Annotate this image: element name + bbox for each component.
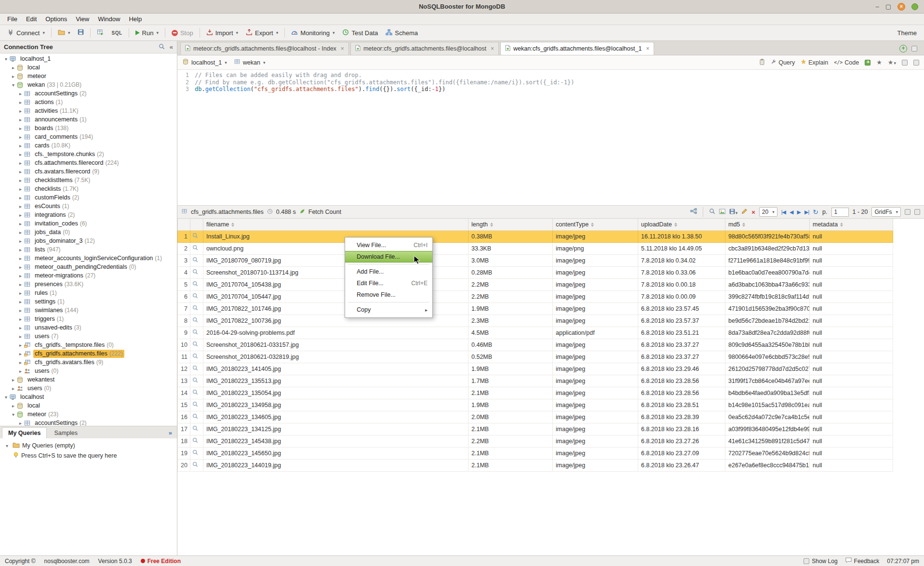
table-row[interactable]: 3IMG_20180709_080719.jpg3.0MBimage/jpeg7… [178,254,893,266]
first-page-button[interactable]: |◀ [781,209,786,215]
tree-item[interactable]: ▸meteor_accounts_loginServiceConfigurati… [0,254,177,263]
import-button[interactable]: Import▾ [203,27,241,39]
cell-uploadDate[interactable]: 6.8.2018 klo 23.28.56 [638,387,725,399]
cell-length[interactable]: 1.9MB [469,399,553,411]
more-tabs-icon[interactable]: » [169,429,175,438]
expander-icon[interactable]: ▾ [4,443,10,448]
cell-filename[interactable]: Screenshot_20180621-033157.jpg [203,339,469,351]
tree-item[interactable]: ▸accountSettings(2) [0,419,177,426]
view-file-icon[interactable] [192,269,198,276]
tree-item-label[interactable]: users(0) [33,367,60,375]
context-menu-item-edit-file[interactable]: Edit File...Ctrl+E [345,277,432,289]
cell-contentType[interactable]: image/jpeg [553,254,638,266]
tree-item-label[interactable]: swimlanes(144) [33,306,80,315]
tree-item-label[interactable]: users(7) [33,332,60,341]
view-file-icon[interactable] [192,390,198,396]
tree-item-label[interactable]: integrations(2) [33,211,76,219]
tree-item-label[interactable]: checklists(1.7K) [33,185,80,193]
tree-expander-icon[interactable]: ▸ [17,100,24,105]
cell-contentType[interactable]: image/jpeg [553,351,638,363]
layout-icon[interactable] [913,60,919,66]
tree-item-label[interactable]: triggers(1) [33,315,65,323]
cell-metadata[interactable]: null [810,363,893,375]
theme-button[interactable]: Theme [894,27,920,39]
tree-item-label[interactable]: cfs_gridfs.avatars.files(9) [33,358,105,367]
tree-item-label[interactable]: checklistItems(7.5K) [33,176,92,184]
cell-length[interactable]: 2.1MB [469,387,553,399]
cell-length[interactable]: 1.9MB [469,363,553,375]
tree-expander-icon[interactable]: ▸ [17,230,24,235]
table-row[interactable]: 8IMG_20170822_100736.jpg2.3MBimage/jpeg6… [178,315,893,327]
cell-md5[interactable]: 8da73a8df28ea7c2dda92d88f0c [725,327,810,339]
cell-contentType[interactable]: image/jpeg [553,447,638,459]
tree-item[interactable]: ▸announcements(1) [0,115,177,124]
view-file-icon[interactable] [192,329,198,336]
tree-item[interactable]: ▸users(7) [0,332,177,341]
table-row[interactable]: 17IMG_20180223_134125.jpg2.1MBimage/jpeg… [178,423,893,435]
tree-expander-icon[interactable]: ▸ [17,342,24,348]
tree-item[interactable]: ▾localhost [0,393,177,401]
tree-expander-icon[interactable]: ▸ [10,65,16,70]
tree-item-label[interactable]: accountSettings(2) [33,419,88,426]
cell-length[interactable]: 0.46MB [469,339,553,351]
tree-item[interactable]: ▸unsaved-edits(3) [0,323,177,332]
edition-badge[interactable]: Free Edition [141,558,181,565]
tab-list-icon[interactable] [911,46,917,52]
tree-item[interactable]: ▸rules(1) [0,289,177,297]
table-row[interactable]: 13IMG_20180223_135513.jpg1.7MBimage/jpeg… [178,375,893,387]
menu-item-window[interactable]: Window [94,14,124,24]
new-tab-button[interactable]: + [899,45,907,53]
cell-metadata[interactable]: null [810,447,893,459]
cell-filename[interactable]: Screenshot_20180621-032819.jpg [203,351,469,363]
cell-contentType[interactable]: image/jpeg [553,339,638,351]
cell-filename[interactable]: IMG_20180223_134125.jpg [203,423,469,435]
tree-item[interactable]: ▸cfs_gridfs._tempstore.files(0) [0,341,177,349]
feedback-button[interactable]: Feedback [845,557,880,565]
table-row[interactable]: 12IMG_20180223_141405.jpg1.9MBimage/jpeg… [178,363,893,375]
tree-item-label[interactable]: wekantest [26,376,56,384]
cell-length[interactable]: 3.0MB [469,254,553,266]
tree-item-label[interactable]: rules(1) [33,289,58,297]
search-results-icon[interactable] [709,208,715,216]
editor-tab[interactable]: meteor:cfs_gridfs.attachments.files@loca… [350,42,499,55]
cell-uploadDate[interactable]: 6.8.2018 klo 23.27.09 [638,447,725,459]
sort-icon[interactable] [490,223,493,227]
next-page-button[interactable]: ▶ [797,209,801,215]
tree-expander-icon[interactable]: ▸ [17,247,24,252]
explain-button[interactable]: Explain [801,59,828,66]
table-row[interactable]: 5IMG_20170704_105438.jpg2.2MBimage/jpeg7… [178,278,893,290]
tree-item-label[interactable]: card_comments(194) [33,133,94,141]
cell-length[interactable]: 2.1MB [469,447,553,459]
tree-item[interactable]: ▸cfs._tempstore.chunks(2) [0,150,177,158]
image-icon[interactable] [719,209,725,216]
tree-item-label[interactable]: boards(138) [33,124,70,132]
cell-md5[interactable]: a6d3babc1063bba473a66c9331 [725,278,810,290]
tree-expander-icon[interactable]: ▸ [17,369,24,374]
tree-item-label[interactable]: cfs.avatars.filerecord(9) [33,168,101,176]
cell-contentType[interactable]: image/jpeg [553,363,638,375]
favorites-menu-icon[interactable]: ★▾ [888,59,896,66]
tree-item[interactable]: ▸customFields(2) [0,193,177,202]
sort-icon[interactable] [742,223,745,227]
cell-length[interactable]: 2.1MB [469,459,553,471]
tree-item-label[interactable]: jobs_dominator_3(12) [33,237,96,245]
cell-md5[interactable]: e267e0a6ef8ec8ccc948475b1ba [725,459,810,471]
paste-icon[interactable] [759,59,765,66]
tree-item[interactable]: ▸meteor_oauth_pendingCredentials(0) [0,263,177,271]
clear-icon[interactable]: × [751,209,755,216]
cell-contentType[interactable]: image/jpeg [553,411,638,423]
tree-expander-icon[interactable]: ▸ [17,169,24,174]
cell-uploadDate[interactable]: 5.11.2018 klo 14.49.05 [638,242,725,254]
tree-item[interactable]: ▸esCounts(1) [0,202,177,211]
cell-md5[interactable]: cbc3a891b6348ed2f29cb7d1396 [725,242,810,254]
table-row[interactable]: 1Install_Linux.jpg0.38MBimage/jpeg16.11.… [178,230,893,242]
tree-item[interactable]: ▾meteor(23) [0,410,177,419]
view-file-icon[interactable] [192,402,198,408]
tree-item-label[interactable]: localhost [19,393,45,401]
cell-md5[interactable]: 809c9d6455aa325450e78b1bb2 [725,339,810,351]
close-button[interactable]: × [897,3,905,11]
cell-md5[interactable]: 26120d25798778dd7d2d5c0273 [725,363,810,375]
cell-metadata[interactable]: null [810,266,893,278]
cell-uploadDate[interactable]: 6.8.2018 klo 23.57.45 [638,303,725,315]
cell-uploadDate[interactable]: 16.11.2018 klo 1.38.50 [638,230,725,242]
